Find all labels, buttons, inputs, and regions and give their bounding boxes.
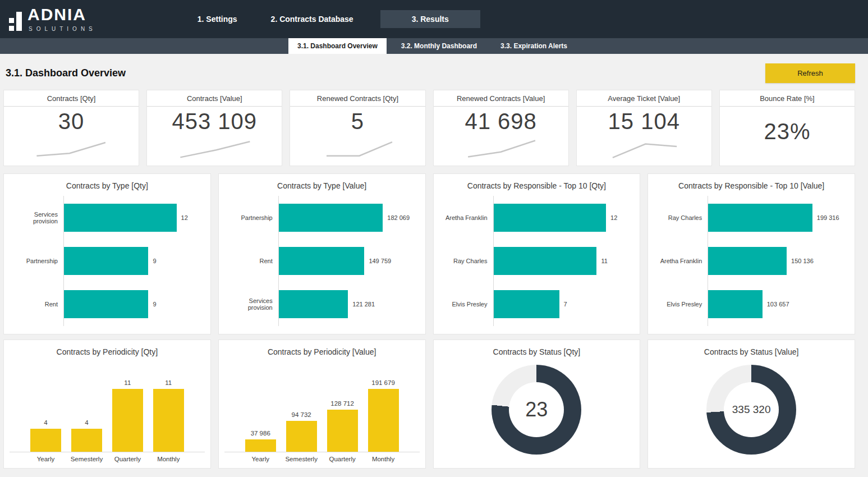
value-label: 121 281 [352,301,375,308]
column: 11 [148,359,189,452]
title-row: 3.1. Dashboard Overview Refresh [0,54,868,86]
subtab-dashboard-overview[interactable]: 3.1. Dashboard Overview [288,38,387,54]
subtab-expiration-alerts[interactable]: 3.3. Expiration Alerts [492,38,576,54]
chart-contracts-by-type-qty: Contracts by Type [Qty] Services provisi… [3,173,211,334]
kpi-card-contracts-value: Contracts [Value] 453 109 [146,90,282,166]
bar-row: Elvis Presley 103 657 [653,283,849,326]
bar [64,290,148,318]
bar [245,439,276,452]
kpi-value: 453 109 [172,109,257,134]
bar [64,247,148,275]
kpi-title: Bounce Rate [%] [720,90,855,107]
chart-contracts-by-responsible-value: Contracts by Responsible - Top 10 [Value… [647,173,855,334]
bar [494,204,607,232]
main-nav: 1. Settings 2. Contracts Database 3. Res… [181,10,480,28]
bar-row: Partnership 9 [8,239,205,282]
bar-row: Services provision 12 [8,196,205,239]
value-label: 4 [85,419,88,426]
value-label: 11 [601,258,607,264]
kpi-card-bounce-rate: Bounce Rate [%] 23% [719,90,855,166]
chart-contracts-by-status-value: Contracts by Status [Value] 335 320 [647,340,855,469]
bar [112,389,143,452]
kpi-card-average-ticket-value: Average Ticket [Value] 15 104 [576,90,712,166]
kpi-card-contracts-qty: Contracts [Qty] 30 [3,90,139,166]
axis-label: Monthly [148,456,189,462]
bar [64,204,177,232]
app-header: ADNIA SOLUTIONS 1. Settings 2. Contracts… [0,0,868,38]
chart-title: Contracts by Type [Qty] [4,174,210,190]
sparkline-chart [32,134,110,159]
value-label: 182 069 [387,214,410,221]
bar [153,389,184,452]
sparkline-chart [176,134,254,159]
value-label: 149 759 [369,258,391,264]
brand-subtitle: SOLUTIONS [29,26,97,32]
refresh-button[interactable]: Refresh [765,63,855,83]
chart-title: Contracts by Periodicity [Qty] [4,340,210,356]
nav-tab-contracts-database[interactable]: 2. Contracts Database [254,10,370,28]
brand-name: ADNIA [27,6,97,23]
kpi-card-renewed-contracts-qty: Renewed Contracts [Qty] 5 [290,90,425,166]
value-label: 12 [181,214,188,221]
chart-contracts-by-type-value: Contracts by Type [Value] Partnership 18… [218,173,426,334]
column: 4 [66,359,107,452]
value-label: 11 [124,379,131,386]
axis-label: Yearly [240,456,281,462]
kpi-value: 5 [351,109,364,134]
axis-label: Yearly [25,456,66,462]
value-label: 199 316 [817,214,839,221]
category-label: Aretha Franklin [438,214,493,221]
category-label: Partnership [223,214,278,221]
bar [71,429,102,452]
category-label: Rent [223,258,278,264]
axis-label: Semesterly [281,456,322,462]
chart-contracts-by-periodicity-qty: Contracts by Periodicity [Qty] 4 4 11 11… [3,340,211,469]
bar [286,421,317,452]
category-label: Elvis Presley [653,301,708,308]
chart-contracts-by-periodicity-value: Contracts by Periodicity [Value] 37 986 … [218,340,426,469]
donut-hole: 23 [509,382,564,437]
nav-tab-settings[interactable]: 1. Settings [181,10,254,28]
value-label: 128 712 [330,400,354,407]
chart-contracts-by-status-qty: Contracts by Status [Qty] 23 [433,340,641,469]
category-label: Elvis Presley [438,301,493,308]
bar [327,410,358,452]
kpi-title: Renewed Contracts [Qty] [290,90,425,107]
bar-row: Rent 9 [8,283,205,326]
kpi-value: 15 104 [608,109,680,134]
bar-row: Elvis Presley 7 [438,283,635,326]
value-label: 4 [44,419,47,426]
subtab-monthly-dashboard[interactable]: 3.2. Monthly Dashboard [392,38,486,54]
bar-chart-logo-icon [9,8,22,31]
category-label: Services provision [8,211,63,224]
bottom-chart-row: Contracts by Periodicity [Qty] 4 4 11 11… [0,340,868,469]
bar [279,204,383,232]
chart-title: Contracts by Status [Qty] [434,340,640,356]
nav-tab-results[interactable]: 3. Results [380,10,480,28]
axis-label: Monthly [363,456,404,462]
bar-row: Ray Charles 199 316 [653,196,849,239]
sparkline-chart [605,134,683,159]
kpi-card-renewed-contracts-value: Renewed Contracts [Value] 41 698 [433,90,569,166]
chart-title: Contracts by Responsible - Top 10 [Qty] [434,174,640,190]
bar [494,290,559,318]
bar [708,204,812,232]
bar-row: Partnership 182 069 [223,196,420,239]
column: 128 712 [322,359,363,452]
donut-chart: 335 320 [706,365,796,455]
value-label: 191 679 [371,379,395,386]
donut-chart: 23 [492,365,581,455]
category-label: Aretha Franklin [653,258,708,264]
value-label: 7 [564,301,567,308]
bar [279,290,348,318]
kpi-value: 41 698 [465,109,536,134]
value-label: 94 732 [292,411,311,418]
category-label: Partnership [8,258,63,264]
value-label: 11 [165,379,172,386]
value-label: 9 [153,301,156,308]
kpi-row: Contracts [Qty] 30 Contracts [Value] 453… [0,86,868,166]
sub-nav: 3.1. Dashboard Overview 3.2. Monthly Das… [0,38,868,54]
category-label: Ray Charles [653,214,708,221]
sparkline-chart [462,134,540,159]
column: 4 [25,359,66,452]
